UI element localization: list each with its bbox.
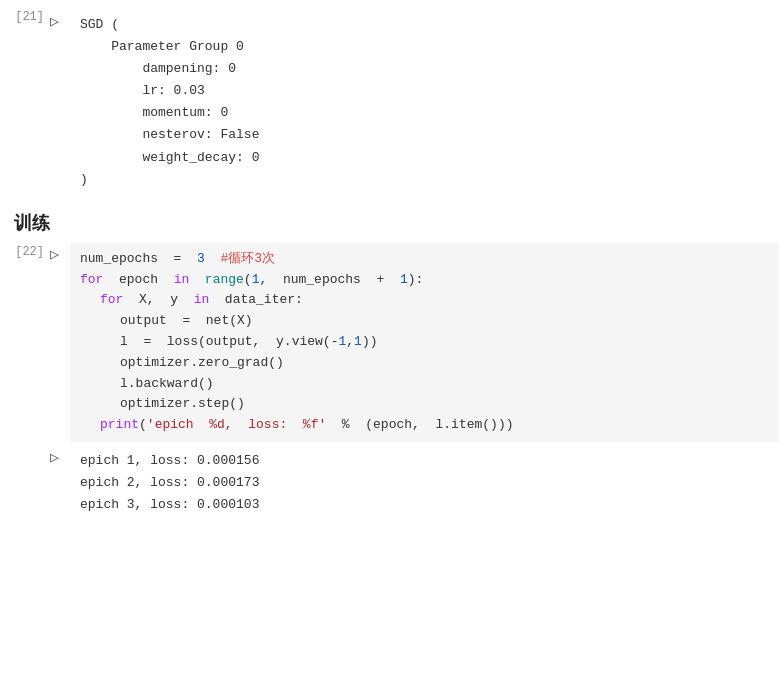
cell-21-output-content: SGD ( Parameter Group 0 dampening: 0 lr:… [70,10,779,195]
run-icon-22[interactable]: ▷ [50,243,70,264]
code-line-5: l = loss(output, y.view(-1,1)) [80,332,769,353]
output-line-5: momentum: 0 [80,102,769,124]
code-line-3: for X, y in data_iter: [80,290,769,311]
output-line-4: lr: 0.03 [80,80,769,102]
cell-22: [22] ▷ num_epochs = 3 #循环3次 for epoch in… [0,243,779,442]
cell-22-code-content[interactable]: num_epochs = 3 #循环3次 for epoch in range(… [70,243,779,442]
output22-line-1: epich 1, loss: 0.000156 [80,450,769,472]
output-line-2: Parameter Group 0 [80,36,769,58]
code-line-1: num_epochs = 3 #循环3次 [80,249,769,270]
run-icon-21: ▷ [50,10,70,31]
code-line-9: print('epich %d, loss: %f' % (epoch, l.i… [80,415,769,436]
cell-22-number: [22] [0,243,50,259]
code-line-7: l.backward() [80,374,769,395]
output-line-6: nesterov: False [80,124,769,146]
output22-line-3: epich 3, loss: 0.000103 [80,494,769,516]
output-line-7: weight_decay: 0 [80,147,769,169]
code-line-4: output = net(X) [80,311,769,332]
code-line-6: optimizer.zero_grad() [80,353,769,374]
output-line-1: SGD ( [80,14,769,36]
cell-22-output-content: epich 1, loss: 0.000156 epich 2, loss: 0… [70,446,779,520]
code-line-2: for epoch in range(1, num_epochs + 1): [80,270,769,291]
cell-21-number: [21] [0,10,50,24]
output-line-8: ) [80,169,769,191]
cell-22-output: ▷ epich 1, loss: 0.000156 epich 2, loss:… [0,446,779,520]
output-line-3: dampening: 0 [80,58,769,80]
notebook-container: [21] ▷ SGD ( Parameter Group 0 dampening… [0,0,779,684]
cell-21-output: [21] ▷ SGD ( Parameter Group 0 dampening… [0,10,779,195]
code-line-8: optimizer.step() [80,394,769,415]
output22-line-2: epich 2, loss: 0.000173 [80,472,769,494]
section-heading: 训练 [0,199,779,243]
run-icon-22-out: ▷ [50,446,70,467]
